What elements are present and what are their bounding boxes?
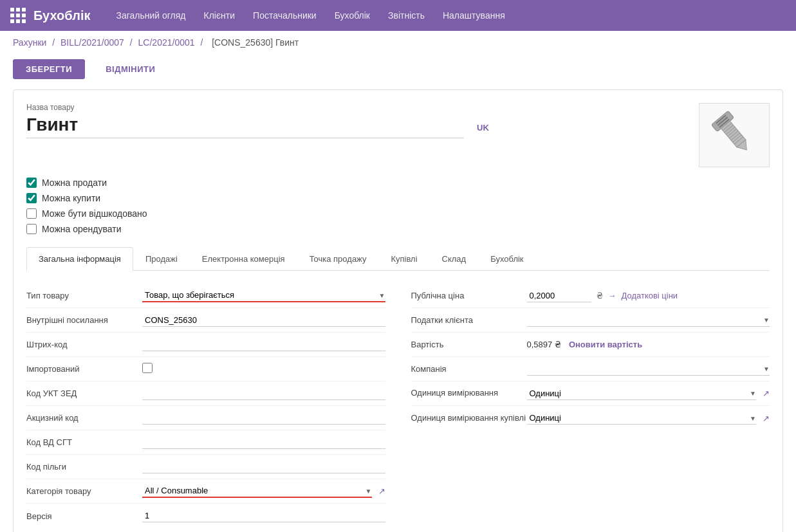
field-cost: Вартість 0,5897 ₴ Оновити вартість bbox=[411, 333, 770, 357]
app-brand: Бухоблік bbox=[33, 8, 90, 23]
field-ukt-label: Код УКТ ЗЕД bbox=[26, 389, 142, 398]
excise-input[interactable] bbox=[142, 412, 385, 425]
additional-prices-arrow: → bbox=[608, 291, 616, 300]
tabs: Загальна інформація Продажі Електронна к… bbox=[26, 247, 770, 271]
field-ukt-value bbox=[142, 387, 385, 400]
tab-general-info[interactable]: Загальна інформація bbox=[26, 247, 133, 271]
tab-warehouse[interactable]: Склад bbox=[430, 247, 479, 271]
category-ext-link-icon[interactable]: ↗ bbox=[378, 486, 385, 496]
field-vd-sgt: Код ВД СГТ bbox=[26, 430, 385, 455]
product-name-input[interactable] bbox=[26, 115, 464, 138]
update-cost-button[interactable]: Оновити вартість bbox=[569, 340, 642, 349]
field-imported-label: Імпортований bbox=[26, 364, 142, 374]
navbar-menu: Загальний огляд Клієнти Постачальники Бу… bbox=[116, 10, 504, 21]
breadcrumb-bill[interactable]: BILL/2021/0007 bbox=[60, 37, 124, 48]
cost-value-display: 0,5897 ₴ bbox=[527, 340, 561, 349]
company-select[interactable] bbox=[527, 363, 770, 376]
checkbox-can-buy-label: Можна купити bbox=[42, 193, 100, 203]
main-card: Назва товару UK bbox=[13, 89, 783, 532]
product-name-label: Назва товару bbox=[26, 103, 699, 112]
tab-sales[interactable]: Продажі bbox=[133, 247, 190, 271]
field-company-value: ▼ bbox=[527, 363, 770, 376]
field-uom-value: Одиниці ▼ ↗ bbox=[527, 387, 770, 400]
uom-select[interactable]: Одиниці bbox=[527, 387, 757, 400]
field-benefit-code-label: Код пільги bbox=[26, 462, 142, 472]
additional-prices-link[interactable]: Додаткові ціни bbox=[622, 291, 678, 300]
cancel-button[interactable]: ВІДМІНИТИ bbox=[93, 59, 168, 79]
product-header: Назва товару UK bbox=[26, 103, 770, 167]
field-purchase-uom-label: Одиниця вимірювання купівлі bbox=[411, 413, 527, 424]
field-version-label: Версія bbox=[26, 511, 142, 521]
field-excise-value bbox=[142, 412, 385, 425]
field-public-price-label: Публічна ціна bbox=[411, 291, 527, 300]
navbar: Бухоблік Загальний огляд Клієнти Постача… bbox=[0, 0, 796, 31]
lang-badge[interactable]: UK bbox=[477, 123, 489, 133]
nav-suppliers[interactable]: Постачальники bbox=[253, 10, 317, 21]
product-type-select[interactable]: Товар, що зберігається bbox=[142, 289, 385, 302]
field-barcode-value bbox=[142, 338, 385, 351]
checkbox-can-rent[interactable]: Можна орендувати bbox=[26, 224, 770, 234]
breadcrumb-invoices[interactable]: Рахунки bbox=[13, 37, 46, 48]
field-cost-value: 0,5897 ₴ Оновити вартість bbox=[527, 340, 770, 349]
tab-accounting[interactable]: Бухоблік bbox=[478, 247, 535, 271]
nav-accounting[interactable]: Бухоблік bbox=[335, 10, 370, 21]
nav-settings[interactable]: Налаштування bbox=[443, 10, 505, 21]
product-image[interactable] bbox=[699, 103, 770, 167]
category-select[interactable]: All / Consumable bbox=[142, 484, 372, 498]
form-grid: Тип товару Товар, що зберігається ▼ Внут… bbox=[26, 284, 770, 528]
field-vd-sgt-value bbox=[142, 436, 385, 449]
checkbox-can-sell[interactable]: Можна продати bbox=[26, 178, 770, 188]
version-input[interactable] bbox=[142, 509, 385, 522]
field-uom: Одиниця вимірювання Одиниці ▼ ↗ bbox=[411, 381, 770, 406]
field-benefit-code-value bbox=[142, 461, 385, 473]
checkbox-can-buy[interactable]: Можна купити bbox=[26, 193, 770, 203]
field-purchase-uom: Одиниця вимірювання купівлі Одиниці ▼ ↗ bbox=[411, 406, 770, 430]
imported-checkbox[interactable] bbox=[142, 363, 153, 373]
checkbox-can-rent-label: Можна орендувати bbox=[42, 224, 121, 234]
customer-taxes-select[interactable] bbox=[527, 314, 770, 327]
field-uom-label: Одиниця вимірювання bbox=[411, 388, 527, 399]
field-excise-label: Акцизний код bbox=[26, 413, 142, 423]
benefit-code-input[interactable] bbox=[142, 461, 385, 473]
uom-ext-link-icon[interactable]: ↗ bbox=[763, 389, 770, 398]
grid-icon[interactable] bbox=[10, 8, 26, 23]
tab-ecommerce[interactable]: Електронна комерція bbox=[190, 247, 297, 271]
field-category-label: Категорія товару bbox=[26, 486, 142, 496]
field-imported-value bbox=[142, 363, 385, 375]
checkbox-can-sell-input[interactable] bbox=[26, 178, 37, 188]
breadcrumb-lc[interactable]: LC/2021/0001 bbox=[138, 37, 195, 48]
field-cost-label: Вартість bbox=[411, 340, 527, 349]
field-category-value: All / Consumable ▼ ↗ bbox=[142, 484, 385, 498]
save-button[interactable]: ЗБЕРЕГТИ bbox=[13, 59, 85, 79]
field-imported: Імпортований bbox=[26, 357, 385, 381]
field-excise: Акцизний код bbox=[26, 406, 385, 430]
field-customer-taxes-label: Податки клієнта bbox=[411, 315, 527, 325]
barcode-input[interactable] bbox=[142, 338, 385, 351]
tab-purchase[interactable]: Купівлі bbox=[378, 247, 429, 271]
ukt-input[interactable] bbox=[142, 387, 385, 400]
form-right: Публічна ціна ₴ → Додаткові ціни Податки… bbox=[411, 284, 770, 528]
field-company-label: Компанія bbox=[411, 364, 527, 374]
field-category: Категорія товару All / Consumable ▼ ↗ bbox=[26, 479, 385, 504]
field-internal-ref: Внутрішні посилання bbox=[26, 308, 385, 333]
nav-reports[interactable]: Звітність bbox=[388, 10, 425, 21]
checkbox-can-rent-input[interactable] bbox=[26, 224, 37, 234]
field-public-price-value: ₴ → Додаткові ціни bbox=[527, 289, 770, 302]
field-benefit-code: Код пільги bbox=[26, 455, 385, 479]
tab-pos[interactable]: Точка продажу bbox=[297, 247, 379, 271]
purchase-uom-select[interactable]: Одиниці bbox=[527, 412, 757, 425]
field-internal-ref-label: Внутрішні посилання bbox=[26, 315, 142, 325]
checkbox-can-expense[interactable]: Може бути відшкодовано bbox=[26, 208, 770, 219]
field-vd-sgt-label: Код ВД СГТ bbox=[26, 437, 142, 447]
public-price-input[interactable] bbox=[527, 289, 591, 302]
checkbox-can-expense-label: Може бути відшкодовано bbox=[42, 208, 147, 219]
internal-ref-input[interactable] bbox=[142, 314, 385, 327]
checkbox-can-buy-input[interactable] bbox=[26, 193, 37, 203]
checkbox-can-expense-input[interactable] bbox=[26, 208, 37, 219]
nav-overview[interactable]: Загальний огляд bbox=[116, 10, 185, 21]
vd-sgt-input[interactable] bbox=[142, 436, 385, 449]
product-header-left: Назва товару UK bbox=[26, 103, 699, 138]
action-bar: ЗБЕРЕГТИ ВІДМІНИТИ bbox=[0, 54, 796, 89]
purchase-uom-ext-link-icon[interactable]: ↗ bbox=[763, 414, 770, 423]
nav-clients[interactable]: Клієнти bbox=[204, 10, 236, 21]
